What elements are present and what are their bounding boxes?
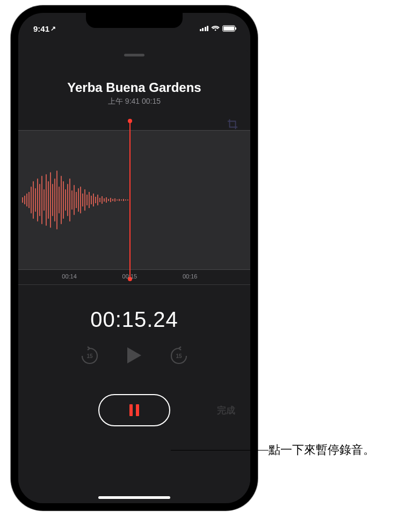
play-button[interactable] — [126, 346, 142, 364]
notch — [86, 13, 183, 28]
waveform-display — [18, 131, 250, 269]
skip-back-label: 15 — [86, 353, 92, 359]
status-time: 9:41 — [33, 24, 49, 33]
timeline-ruler[interactable]: 00:14 00:15 00:16 — [18, 270, 250, 285]
location-arrow-icon: ↗ — [50, 25, 56, 32]
playhead-indicator[interactable] — [129, 121, 131, 279]
timeline-mark: 00:15 — [122, 273, 137, 280]
status-indicators — [200, 24, 236, 33]
phone-screen: 9:41 ↗ Yerba Buena Gardens — [18, 13, 250, 503]
skip-forward-button[interactable]: 15 — [169, 346, 189, 365]
pause-icon — [136, 404, 139, 416]
home-indicator[interactable] — [98, 496, 170, 499]
skip-back-button[interactable]: 15 — [80, 346, 99, 365]
callout-line — [171, 450, 269, 451]
done-button[interactable]: 完成 — [217, 404, 235, 417]
callout-text: 點一下來暫停錄音。 — [269, 442, 375, 458]
crop-icon[interactable] — [227, 118, 238, 130]
pause-icon — [129, 404, 133, 416]
cellular-signal-icon — [200, 26, 209, 31]
recording-subtitle: 上午 9:41 00:15 — [18, 97, 250, 106]
timeline-mark: 00:16 — [183, 273, 198, 280]
recording-sheet: Yerba Buena Gardens 上午 9:41 00:15 — [18, 49, 250, 503]
elapsed-time: 00:15.24 — [18, 308, 250, 332]
wifi-icon — [211, 24, 220, 33]
recording-title[interactable]: Yerba Buena Gardens — [18, 80, 250, 95]
phone-frame: 9:41 ↗ Yerba Buena Gardens — [11, 5, 258, 511]
skip-forward-label: 15 — [176, 353, 182, 359]
playback-controls: 15 15 — [18, 346, 250, 365]
pause-button[interactable] — [98, 394, 170, 426]
status-time-area: 9:41 ↗ — [33, 24, 56, 33]
waveform-area[interactable] — [18, 130, 250, 270]
timeline-mark: 00:14 — [62, 273, 77, 280]
battery-icon — [222, 25, 235, 32]
sheet-handle[interactable] — [124, 54, 144, 56]
callout-annotation: 點一下來暫停錄音。 — [269, 442, 375, 458]
bottom-controls: 完成 — [18, 394, 250, 426]
